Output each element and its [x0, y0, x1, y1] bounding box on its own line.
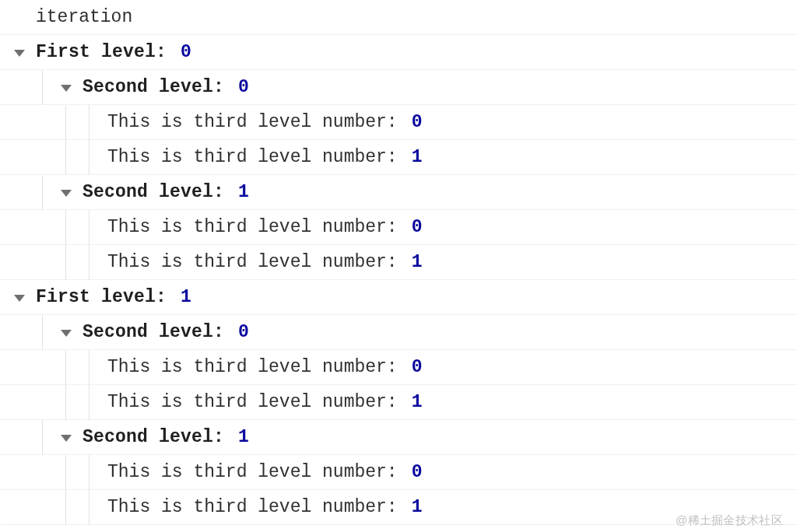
third-level-value: 0	[412, 219, 423, 236]
chevron-down-icon[interactable]	[14, 295, 25, 302]
chevron-down-icon[interactable]	[61, 190, 72, 197]
third-level-label: This is third level number:	[107, 394, 398, 411]
chevron-down-icon[interactable]	[61, 330, 72, 337]
tree-guide	[84, 385, 95, 420]
first-level-value: 1	[181, 289, 191, 306]
chevron-down-icon[interactable]	[61, 435, 72, 442]
second-level-value: 0	[238, 324, 249, 341]
tree-guide	[84, 140, 95, 175]
group-header-second-0-1[interactable]: Second level: 1	[0, 175, 797, 210]
third-level-label: This is third level number:	[107, 114, 398, 131]
log-line-third: This is third level number: 1	[0, 140, 797, 175]
tree-guide	[84, 350, 95, 385]
tree-guide	[37, 175, 48, 210]
first-level-label: First level:	[36, 44, 167, 61]
group-header-first-1[interactable]: First level: 1	[0, 280, 797, 315]
group-header-second-0-0[interactable]: Second level: 0	[0, 70, 797, 105]
log-line-third: This is third level number: 1	[0, 385, 797, 420]
tree-guide	[37, 70, 48, 105]
log-line-third: This is third level number: 1	[0, 490, 797, 525]
third-level-value: 0	[412, 359, 423, 376]
chevron-down-icon[interactable]	[14, 50, 25, 57]
log-line-third: This is third level number: 0	[0, 105, 797, 140]
tree-guide	[61, 350, 72, 385]
tree-guide	[84, 245, 95, 280]
chevron-down-icon[interactable]	[61, 85, 72, 92]
third-level-label: This is third level number:	[107, 359, 398, 376]
log-line-label: iteration	[0, 0, 797, 35]
second-level-label: Second level:	[83, 79, 224, 96]
iteration-label: iteration	[36, 9, 132, 26]
third-level-label: This is third level number:	[107, 464, 398, 481]
second-level-value: 0	[238, 79, 249, 96]
third-level-value: 1	[412, 254, 423, 271]
group-header-second-1-1[interactable]: Second level: 1	[0, 420, 797, 455]
first-level-label: First level:	[36, 289, 167, 306]
tree-guide	[61, 140, 72, 175]
third-level-label: This is third level number:	[107, 254, 398, 271]
tree-guide	[61, 490, 72, 525]
first-level-value: 0	[181, 44, 191, 61]
third-level-label: This is third level number:	[107, 499, 398, 516]
tree-guide	[61, 245, 72, 280]
tree-guide	[61, 455, 72, 490]
third-level-value: 1	[412, 499, 423, 516]
tree-guide	[61, 105, 72, 140]
third-level-value: 1	[412, 149, 423, 166]
tree-guide	[84, 490, 95, 525]
third-level-label: This is third level number:	[107, 219, 398, 236]
log-line-third: This is third level number: 0	[0, 350, 797, 385]
log-line-third: This is third level number: 1	[0, 245, 797, 280]
log-line-third: This is third level number: 0	[0, 210, 797, 245]
tree-guide	[37, 315, 48, 350]
second-level-label: Second level:	[83, 429, 224, 446]
second-level-value: 1	[238, 429, 249, 446]
log-line-third: This is third level number: 0	[0, 455, 797, 490]
tree-guide	[84, 455, 95, 490]
third-level-value: 0	[412, 114, 423, 131]
third-level-label: This is third level number:	[107, 149, 398, 166]
tree-guide	[37, 420, 48, 455]
tree-guide	[84, 105, 95, 140]
second-level-label: Second level:	[83, 324, 224, 341]
second-level-value: 1	[238, 184, 249, 201]
tree-guide	[61, 210, 72, 245]
group-header-second-1-0[interactable]: Second level: 0	[0, 315, 797, 350]
tree-guide	[61, 385, 72, 420]
second-level-label: Second level:	[83, 184, 224, 201]
third-level-value: 0	[412, 464, 423, 481]
group-header-first-0[interactable]: First level: 0	[0, 35, 797, 70]
third-level-value: 1	[412, 394, 423, 411]
tree-guide	[84, 210, 95, 245]
